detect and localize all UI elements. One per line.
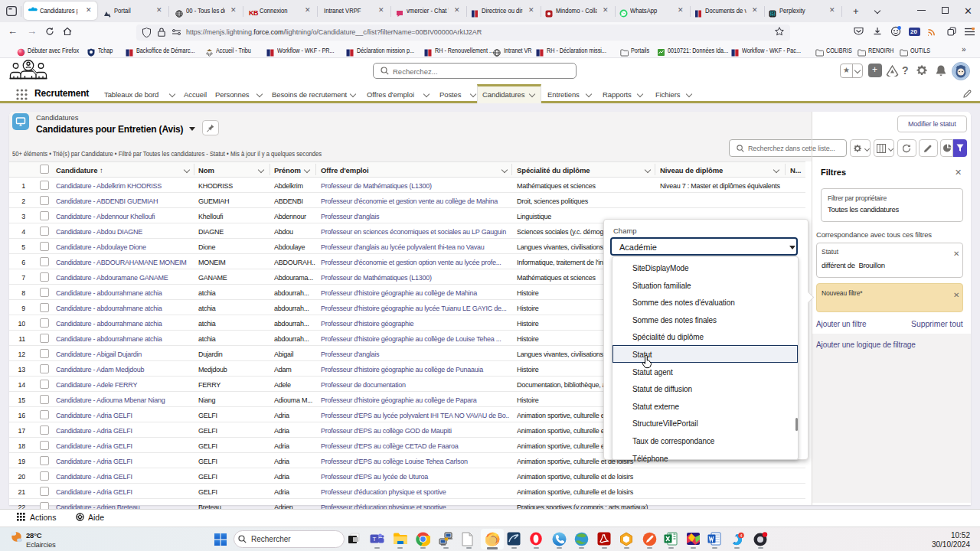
svg-text:T: T bbox=[373, 536, 377, 543]
svg-text:4: 4 bbox=[740, 533, 742, 538]
